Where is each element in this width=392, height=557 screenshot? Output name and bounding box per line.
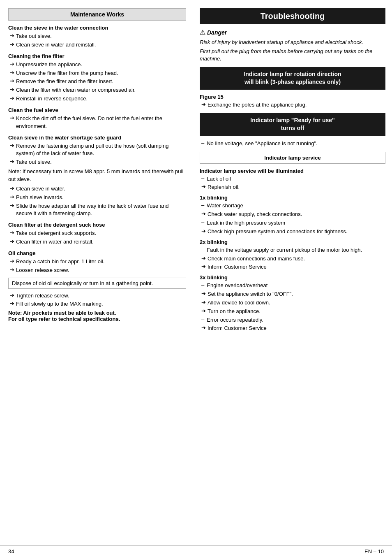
arrow-icon: ➔ xyxy=(10,61,14,67)
list-item: – Lack of oil xyxy=(201,175,385,183)
list-item: ➔ Take out sieve. xyxy=(10,32,186,40)
arrow-icon: ➔ xyxy=(10,115,14,121)
section-shortage-guard-title: Clean sieve in the water shortage safe g… xyxy=(8,135,186,141)
item-text: Set the appliance switch to "0/OFF". xyxy=(208,290,293,298)
note-screw: Note: If necessary turn in screw M8 appr… xyxy=(8,168,186,183)
dash-icon: – xyxy=(201,246,204,253)
page: Maintenance Works Clean the sieve in the… xyxy=(0,0,392,557)
list-item: ➔ Unpressurize the appliance. xyxy=(10,61,186,69)
arrow-icon: ➔ xyxy=(10,41,14,47)
list-item: ➔ Remove the fastening clamp and pull ou… xyxy=(10,142,186,158)
item-text: Unscrew the fine filter from the pump he… xyxy=(16,70,118,77)
list-item: ➔ Reinstall in reverse sequence. xyxy=(10,95,186,103)
arrow-icon: ➔ xyxy=(201,308,206,314)
footer-locale: EN – 10 xyxy=(364,548,384,555)
item-text: Push sieve inwards. xyxy=(16,194,64,202)
item-text: Fault in the voltage supply or current p… xyxy=(207,246,362,254)
arrow-icon: ➔ xyxy=(10,267,14,273)
list-item: ➔ Slide the hose adapter all the way int… xyxy=(10,202,186,218)
list-item: ➔ Take out sieve. xyxy=(10,158,186,166)
indicator-lamp-service-box: Indicator lamp service xyxy=(200,152,385,164)
item-text: Leak in the high pressure system xyxy=(207,219,285,227)
item-text: Replenish oil. xyxy=(208,183,240,191)
list-item: ➔ Set the appliance switch to "0/OFF". xyxy=(201,290,385,298)
item-text: Clean the filter with clean water or com… xyxy=(16,86,136,94)
arrow-icon: ➔ xyxy=(10,158,14,165)
list-item: ➔ Replenish oil. xyxy=(201,183,385,191)
section-fine-filter-title: Cleaning the fine filter xyxy=(8,53,186,59)
item-text: Take out sieve. xyxy=(16,32,52,40)
list-item: ➔ Allow device to cool down. xyxy=(201,299,385,307)
item-text: Clean filter in water and reinstall. xyxy=(16,238,94,246)
item-text: No line voltage, see "Appliance is not r… xyxy=(207,140,317,148)
right-header: Troubleshooting xyxy=(200,8,385,24)
item-text: Ready a catch bin for appr. 1 Liter oil. xyxy=(16,258,104,266)
item-text: Lack of oil xyxy=(207,175,231,183)
arrow-icon: ➔ xyxy=(201,325,206,331)
arrow-icon: ➔ xyxy=(201,228,206,234)
item-text: Exchange the poles at the appliance plug… xyxy=(208,101,307,109)
list-item: ➔ Unscrew the fine filter from the pump … xyxy=(10,70,186,77)
item-text: Inform Customer Service xyxy=(208,263,267,271)
dash-icon: – xyxy=(201,219,204,225)
1x-blinking-title: 1x blinking xyxy=(200,195,385,201)
section-fuel-sieve-title: Clean the fuel sieve xyxy=(8,107,186,113)
main-content: Maintenance Works Clean the sieve in the… xyxy=(0,0,392,545)
item-text: Take out sieve. xyxy=(16,158,52,166)
section-oil-change-title: Oil change xyxy=(8,250,186,256)
danger-title: Danger xyxy=(207,29,227,36)
arrow-icon: ➔ xyxy=(10,78,14,84)
item-text: Tighten release screw. xyxy=(16,292,69,300)
arrow-icon: ➔ xyxy=(201,290,206,297)
list-item: – Error occurs repeatedly. xyxy=(201,316,385,324)
list-item: ➔ Ready a catch bin for appr. 1 Liter oi… xyxy=(10,258,186,266)
right-column: Troubleshooting ⚠ Danger Risk of injury … xyxy=(193,4,392,541)
item-text: Check water supply, check connections. xyxy=(208,211,302,218)
arrow-icon: ➔ xyxy=(201,211,206,217)
item-text: Water shortage xyxy=(207,202,243,210)
item-text: Remove the fine filter and the filter in… xyxy=(16,78,113,86)
danger-section: ⚠ Danger Risk of injury by inadvertent s… xyxy=(200,28,385,63)
arrow-icon: ➔ xyxy=(10,86,14,93)
list-item: ➔ Check water supply, check connections. xyxy=(201,211,385,218)
list-item: ➔ Clean filter in water and reinstall. xyxy=(10,238,186,246)
list-item: – Fault in the voltage supply or current… xyxy=(201,246,385,254)
section-detergent-hose-title: Clean filter at the detergent suck hose xyxy=(8,222,186,228)
list-item: ➔ Loosen release screw. xyxy=(10,267,186,274)
item-text: Check high pressure system and connectio… xyxy=(208,228,347,236)
indicator-blink-box: Indicator lamp for rotation directionwil… xyxy=(200,67,385,90)
arrow-icon: ➔ xyxy=(10,95,14,101)
dash-icon: – xyxy=(201,175,204,181)
arrow-icon: ➔ xyxy=(201,299,206,305)
list-item: ➔ Fill oil slowly up to the MAX marking. xyxy=(10,300,186,308)
danger-text2: First pull out the plug from the mains b… xyxy=(200,48,385,63)
item-text: Clean sieve in water. xyxy=(16,185,65,193)
arrow-icon: ➔ xyxy=(10,230,14,236)
figure-15-title: Figure 15 xyxy=(200,94,385,100)
list-item: ➔ Exchange the poles at the appliance pl… xyxy=(201,101,385,109)
list-item: ➔ Take out detergent suck supports. xyxy=(10,230,186,237)
warning-icon: ⚠ xyxy=(200,28,205,36)
list-item: ➔ Knock the dirt off of the fuel sieve. … xyxy=(10,115,186,130)
item-text: Loosen release screw. xyxy=(16,267,69,274)
ready-turns-off-box: Indicator lamp "Ready for use"turns off xyxy=(200,113,385,136)
list-item: – Engine overload/overheat xyxy=(201,282,385,290)
item-text: Engine overload/overheat xyxy=(207,282,267,290)
2x-blinking-title: 2x blinking xyxy=(200,239,385,245)
left-header: Maintenance Works xyxy=(8,8,186,21)
arrow-icon: ➔ xyxy=(201,255,206,261)
arrow-icon: ➔ xyxy=(201,101,206,107)
list-item: ➔ Inform Customer Service xyxy=(201,263,385,271)
arrow-icon: ➔ xyxy=(10,142,14,149)
section-clean-sieve-water-title: Clean the sieve in the water connection xyxy=(8,25,186,31)
dash-icon: – xyxy=(201,282,204,288)
item-text: Reinstall in reverse sequence. xyxy=(16,95,88,103)
item-text: Remove the fastening clamp and pull out … xyxy=(16,142,186,158)
item-text: Clean sieve in water and reinstall. xyxy=(16,41,96,49)
list-item: ➔ Clean sieve in water. xyxy=(10,185,186,193)
arrow-icon: ➔ xyxy=(10,292,14,298)
list-item: – Water shortage xyxy=(201,202,385,210)
item-text: Allow device to cool down. xyxy=(208,299,270,307)
3x-blinking-title: 3x blinking xyxy=(200,274,385,281)
list-item: ➔ Push sieve inwards. xyxy=(10,194,186,202)
